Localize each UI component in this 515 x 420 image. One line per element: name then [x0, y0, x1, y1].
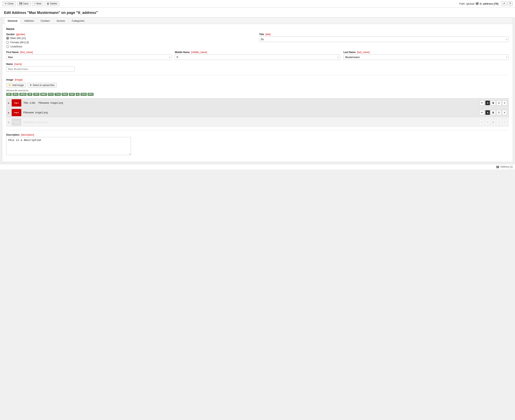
image-row3-filename: Filename image3.png — [23, 121, 48, 124]
row2-arrow[interactable]: ▶ — [8, 112, 10, 114]
image-row2-filename: Filename image2.png — [23, 111, 48, 114]
image3-toggle-button[interactable]: ● — [485, 120, 490, 125]
gender-male[interactable]: Male (Mr) [m] — [6, 37, 256, 40]
image-row-2: ▶ img-2 Filename image2.png ✏ ● 🗑 ℹ ≡ — [6, 108, 509, 117]
name-fields-row: First Name [first_name] × Middle Name [m… — [6, 51, 509, 60]
image3-menu-button[interactable]: ≡ — [502, 120, 507, 125]
new-button[interactable]: + New — [32, 1, 43, 6]
middle-name-clear[interactable]: × — [337, 56, 339, 59]
tab-general[interactable]: General — [4, 17, 21, 24]
footer-label: Address [1] — [500, 165, 513, 168]
tab-contact[interactable]: Contact — [37, 17, 53, 24]
path-text: Path: /global/ — [459, 2, 475, 5]
image3-info-button[interactable]: ℹ — [497, 120, 501, 125]
image2-info-button[interactable]: ℹ — [497, 110, 501, 115]
ext-badge-eps: EPS — [87, 93, 93, 96]
save-icon: 💾 — [19, 2, 22, 5]
name-input[interactable] — [6, 66, 75, 72]
image-row1-filename: Filename image1.png — [39, 101, 63, 104]
ext-badge-pcx: PCX — [48, 93, 54, 96]
external-link-button[interactable]: ↗ — [501, 1, 507, 6]
section-divider-1 — [6, 75, 509, 75]
upload-button[interactable]: ⬆ Select & upload files — [28, 83, 57, 88]
image2-delete-button[interactable]: 🗑 — [491, 110, 496, 115]
last-name-column: Last Name [last_name] × — [343, 51, 509, 60]
ext-badge-ai: AI — [76, 93, 80, 96]
middle-name-column: Middle Name [middle_name] × — [175, 51, 340, 60]
section-divider-2 — [6, 130, 509, 130]
image1-edit-button[interactable]: ✏ — [480, 100, 484, 105]
ext-badge-jpeg: JPEG — [19, 93, 27, 96]
middle-name-input[interactable] — [175, 54, 340, 60]
tab-address[interactable]: Address — [21, 17, 37, 24]
image-row-1: ▶ img-1 Title a title Filename image1.pn… — [6, 98, 509, 107]
tab-categories[interactable]: Categories — [68, 17, 88, 24]
radio-female-circle — [6, 41, 9, 44]
image1-info-button[interactable]: ℹ — [497, 100, 501, 105]
path-info: Path: /global/ tt_address [78] ↗ ? — [459, 1, 513, 6]
plus-icon: + — [34, 2, 36, 5]
save-button[interactable]: 💾 Save — [17, 1, 31, 6]
ext-badges: GIFJPGJPEGTIFTIFFBMPPCXTGAPNGPDFAISVGEPS — [6, 93, 509, 96]
gender-label: Gender [gender] — [6, 33, 256, 36]
first-name-clear[interactable]: × — [169, 56, 170, 59]
last-name-label: Last Name [last_name] — [343, 51, 509, 54]
image-row2-fields: Filename image2.png — [23, 111, 477, 114]
allowed-label: Allowed file extensions — [6, 89, 509, 92]
radio-male-circle — [6, 37, 9, 40]
first-name-label: First Name [first_name] — [6, 51, 172, 54]
title-input[interactable] — [259, 37, 509, 42]
upload-icon: ⬆ — [30, 84, 32, 87]
tab-access[interactable]: Access — [53, 17, 68, 24]
main-content: General Address Contact Access Categorie… — [2, 17, 513, 162]
title-clear-button[interactable]: × — [506, 38, 507, 41]
image-buttons: 📁 Add image ⬆ Select & upload files — [6, 83, 509, 88]
add-image-button[interactable]: 📁 Add image — [6, 83, 26, 88]
last-name-input[interactable] — [343, 54, 509, 60]
image1-toggle-button[interactable]: ● — [485, 100, 490, 105]
help-button[interactable]: ? — [507, 1, 513, 6]
first-name-input[interactable] — [6, 54, 172, 60]
row1-arrow[interactable]: ▶ — [8, 102, 10, 104]
ext-badge-gif: GIF — [6, 93, 12, 96]
gender-female[interactable]: Female (Mrs) [f] — [6, 41, 256, 44]
image-row1-title: Title a title — [23, 101, 35, 104]
delete-label: Delete — [50, 2, 57, 5]
page-title: Edit Address "Max Mustermann" on page "t… — [0, 8, 515, 17]
close-icon: ✕ — [5, 2, 7, 5]
tabs: General Address Contact Access Categorie… — [2, 17, 513, 24]
title-column: Title [title] × — [259, 33, 509, 48]
image1-delete-button[interactable]: 🗑 — [491, 100, 496, 105]
image-row1-fields: Title a title Filename image1.png — [23, 101, 477, 104]
top-bar: ✕ Close 💾 Save + New 🗑 Delete Path: /glo… — [0, 0, 515, 8]
tab-content-general: Name Gender [gender] Male (Mr) [m] Femal… — [2, 24, 513, 162]
footer: Address [1] — [0, 164, 515, 169]
page-icon — [476, 2, 479, 5]
ext-badge-bmp: BMP — [40, 93, 47, 96]
gender-radio-group: Male (Mr) [m] Female (Mrs) [f] Undefined — [6, 37, 256, 48]
last-name-wrap: × — [343, 54, 509, 60]
name-field-group: Name [name] — [6, 63, 509, 72]
image-section: Image [image] 📁 Add image ⬆ Select & upl… — [6, 78, 509, 127]
path-page: tt_address [78] — [480, 2, 498, 5]
row3-arrow[interactable]: ▶ — [8, 121, 10, 123]
image-row-3: ▶ img-3 Filename image3.png ✏ ● 🗑 ℹ ≡ — [6, 118, 509, 127]
image1-menu-button[interactable]: ≡ — [502, 100, 507, 105]
gender-undefined[interactable]: Undefined — [6, 45, 256, 48]
close-button[interactable]: ✕ Close — [2, 1, 16, 6]
delete-button[interactable]: 🗑 Delete — [45, 1, 59, 6]
image2-menu-button[interactable]: ≡ — [502, 110, 507, 115]
image2-toggle-button[interactable]: ● — [485, 110, 490, 115]
last-name-clear[interactable]: × — [506, 56, 507, 59]
description-label: Description [description] — [6, 134, 509, 136]
image3-edit-button[interactable]: ✏ — [480, 120, 484, 125]
gender-column: Gender [gender] Male (Mr) [m] Female (Mr… — [6, 33, 256, 48]
ext-badge-png: PNG — [61, 93, 68, 96]
image-label: Image [image] — [6, 78, 509, 81]
image3-delete-button[interactable]: 🗑 — [491, 120, 496, 125]
toolbar: ✕ Close 💾 Save + New 🗑 Delete — [2, 1, 59, 6]
description-textarea[interactable]: this is a description — [6, 137, 131, 155]
image-row2-actions: ✏ ● 🗑 ℹ ≡ — [480, 110, 507, 115]
first-name-wrap: × — [6, 54, 172, 60]
image2-edit-button[interactable]: ✏ — [480, 110, 484, 115]
